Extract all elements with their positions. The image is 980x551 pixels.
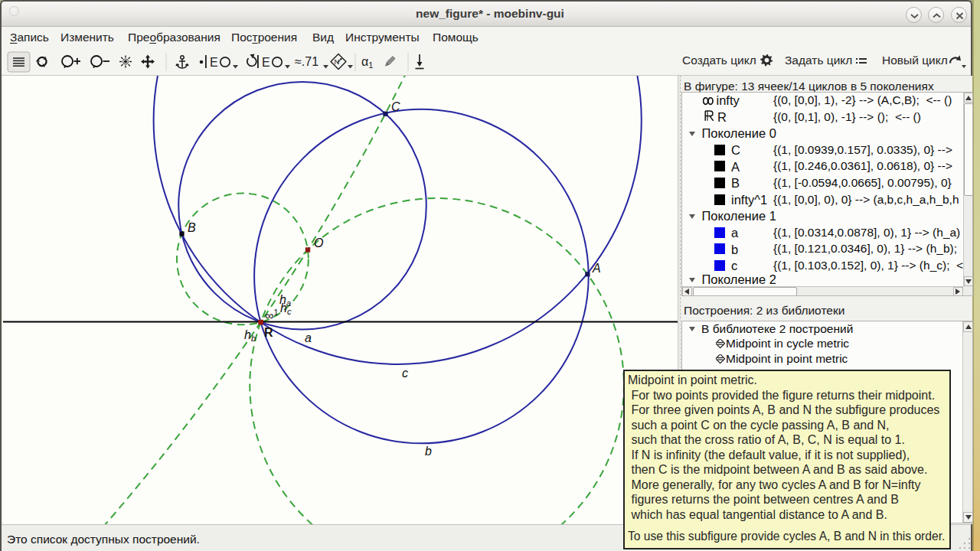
svg-text:a: a xyxy=(305,331,312,344)
svg-text:E: E xyxy=(210,56,218,69)
svg-text:≈.71: ≈.71 xyxy=(295,55,318,68)
svg-text:O: O xyxy=(314,236,323,249)
svg-text:b: b xyxy=(425,445,432,458)
svg-text:B: B xyxy=(188,221,196,234)
svg-text:A: A xyxy=(592,262,601,275)
svg-text:E: E xyxy=(262,56,270,69)
svg-text:N: N xyxy=(335,57,340,66)
svg-text:R: R xyxy=(264,326,273,339)
svg-text:α1: α1 xyxy=(361,55,373,70)
svg-text:C: C xyxy=(391,100,400,113)
svg-text:c: c xyxy=(402,367,408,380)
